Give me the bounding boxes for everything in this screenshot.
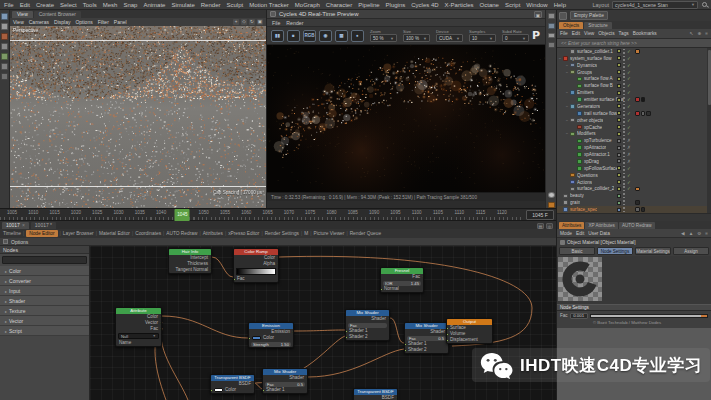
socket-icon[interactable] <box>405 349 407 352</box>
visibility-dots[interactable] <box>623 118 625 123</box>
field-value[interactable]: CUDA▼ <box>436 34 463 42</box>
socket-icon[interactable] <box>447 327 449 330</box>
layer-color[interactable] <box>617 118 621 122</box>
scene-tab-2[interactable]: 10017 * <box>31 222 56 229</box>
am-menu-mode[interactable]: Mode <box>560 231 572 236</box>
menu-sculpt[interactable]: Sculpt <box>226 2 243 8</box>
color-swatch[interactable] <box>252 336 261 340</box>
object-search-input[interactable]: << Enter your search string here >> <box>557 39 711 48</box>
am-menu-edit[interactable]: Edit <box>576 231 584 236</box>
tag-icon[interactable] <box>635 187 640 192</box>
node-port-alpha[interactable]: Alpha <box>234 261 278 267</box>
menu-icon[interactable]: ≡ <box>705 31 708 36</box>
gear-icon[interactable]: ⚙ <box>697 231 701 236</box>
layer-color[interactable] <box>617 153 621 157</box>
render-menu-file[interactable]: File <box>272 20 280 26</box>
node-link[interactable] <box>161 328 188 400</box>
node-port-fac[interactable]: Fac <box>234 276 278 282</box>
enabled-check[interactable]: ✓ <box>627 111 631 116</box>
tab-xp-attributes[interactable]: XP Attributes <box>585 222 617 229</box>
object-row[interactable]: −Generators✓ <box>557 103 711 110</box>
menu-octane[interactable]: Octane <box>480 2 499 8</box>
socket-icon[interactable] <box>396 397 398 400</box>
node-attribute[interactable]: AttributeColorVectorFacNull▼Name <box>115 307 162 347</box>
viewport-panel[interactable]: ViewCamerasDisplayOptionsFilterPanel+◇↻▣… <box>10 18 266 208</box>
socket-icon[interactable] <box>234 278 236 281</box>
node-port-bsdf[interactable]: BSDF <box>354 395 397 400</box>
snapshot-button[interactable]: ◉ <box>319 30 332 42</box>
menu-help[interactable]: Help <box>554 2 566 8</box>
node-port-tangent-normal[interactable]: Tangent Normal <box>169 267 211 273</box>
enabled-check[interactable]: ✗ <box>627 145 631 150</box>
socket-icon[interactable] <box>160 316 162 319</box>
node-category-input[interactable]: ▸Input <box>0 286 89 296</box>
visibility-dots[interactable] <box>623 166 625 171</box>
node-mix-shader-c[interactable]: Mix ShaderShaderFac0.5Shader 1 <box>262 368 308 394</box>
tag-icon[interactable] <box>646 111 651 116</box>
tab-attributes[interactable]: Attributes <box>203 231 223 236</box>
node-port-normal[interactable]: Normal <box>381 286 423 292</box>
node-output[interactable]: OutputSurfaceVolumeDisplacement <box>446 318 493 344</box>
enabled-check[interactable]: ✓ <box>627 125 631 130</box>
picture-icon[interactable]: ▣ <box>534 11 542 18</box>
field-value[interactable]: 0▼ <box>502 34 529 42</box>
tab-picture-viewer[interactable]: Picture Viewer <box>314 231 345 236</box>
layer-color[interactable] <box>617 132 621 136</box>
visibility-dots[interactable] <box>623 200 625 205</box>
close-icon[interactable]: × <box>22 222 25 228</box>
object-row[interactable]: emitter surface flow✓ <box>557 96 711 103</box>
enabled-check[interactable]: ✓ <box>627 186 631 191</box>
object-row[interactable]: −Modifiers✓ <box>557 131 711 138</box>
tab-m[interactable]: M <box>304 231 308 236</box>
node-port-shader-2[interactable]: Shader 2 <box>346 334 389 340</box>
menu-simulate[interactable]: Simulate <box>171 2 194 8</box>
visibility-dots[interactable] <box>623 145 625 150</box>
enabled-check[interactable]: ✓ <box>627 83 631 88</box>
layer-color[interactable] <box>617 104 621 108</box>
object-row[interactable]: surface_collider.1✓ <box>557 48 711 55</box>
object-row[interactable]: Questions✓ <box>557 172 711 179</box>
enabled-check[interactable]: ✓ <box>627 173 631 178</box>
enabled-check[interactable]: ✓ <box>627 63 631 68</box>
object-row[interactable]: surface flow B✓ <box>557 82 711 89</box>
object-row[interactable]: −Dynamics✓ <box>557 62 711 69</box>
node-link[interactable] <box>294 330 345 331</box>
layer-color[interactable] <box>617 166 621 170</box>
field-value[interactable]: 100 %▼ <box>403 34 430 42</box>
gradient-ramp[interactable] <box>236 268 276 275</box>
menu-render[interactable]: Render <box>201 2 221 8</box>
socket-icon[interactable] <box>211 389 213 392</box>
maximize-icon[interactable]: ▣ <box>257 19 263 25</box>
tab-xpresso-editor[interactable]: xPresso Editor <box>228 231 259 236</box>
node-category-texture[interactable]: ▸Texture <box>0 306 89 316</box>
layer-color[interactable] <box>617 84 621 88</box>
options-menu[interactable]: Options <box>11 239 28 245</box>
socket-icon[interactable] <box>160 322 162 325</box>
node-category-color[interactable]: ▸Color <box>0 266 89 276</box>
enabled-check[interactable]: ✓ <box>627 56 631 61</box>
viewport-menu-display[interactable]: Display <box>54 19 70 25</box>
socket-icon[interactable] <box>210 269 212 272</box>
node-field-fac[interactable]: Fac0.5 <box>265 382 305 387</box>
cursor-icon[interactable]: ↖ <box>690 31 694 36</box>
enabled-check[interactable]: ✗ <box>627 152 631 157</box>
socket-icon[interactable] <box>277 263 279 266</box>
tab-node-editor[interactable]: Node Editor <box>26 230 57 237</box>
tag-icon[interactable] <box>641 97 646 102</box>
object-row[interactable]: surface_spec <box>557 206 711 213</box>
menu-plugins[interactable]: Plugins <box>386 2 406 8</box>
node-port-displacement[interactable]: Displacement <box>447 337 492 343</box>
socket-icon[interactable] <box>292 331 294 334</box>
node-mix-shader-a[interactable]: Mix ShaderShaderFacShader 1Shader 2 <box>345 309 390 341</box>
tab-material-editor[interactable]: Material Editor <box>99 231 130 236</box>
search-icon[interactable] <box>702 2 707 7</box>
om-menu-bookmarks[interactable]: Bookmarks <box>633 31 657 36</box>
node-port-color[interactable]: Color <box>249 335 293 341</box>
subtab-basic[interactable]: Basic <box>559 247 595 255</box>
expand-icon[interactable]: − <box>565 70 569 75</box>
menu-icon[interactable]: ≡ <box>705 231 708 236</box>
viewport-menu-panel[interactable]: Panel <box>114 19 127 25</box>
object-row[interactable]: xpDrag✗ <box>557 158 711 165</box>
node-mix-shader-b[interactable]: Mix ShaderShaderFac0.5Shader 1Shader 2 <box>404 322 449 354</box>
scene-tab-1[interactable]: 10017× <box>2 222 29 229</box>
